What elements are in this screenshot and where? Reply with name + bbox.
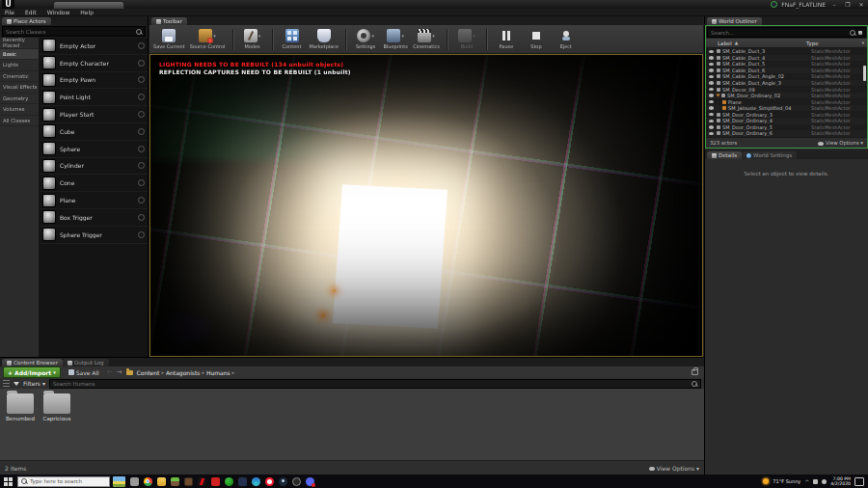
- breadcrumb-content[interactable]: Content: [137, 369, 160, 376]
- type-column-dropdown-icon[interactable]: ▾: [862, 41, 864, 45]
- sort-ascending-icon[interactable]: ▲: [735, 41, 738, 45]
- outliner-row-sm-cable-duct-4[interactable]: SM_Cable_Duct_4StaticMeshActor: [706, 55, 867, 62]
- close-button[interactable]: ✕: [856, 1, 866, 9]
- folder-capricious[interactable]: Capricious: [41, 393, 73, 421]
- output-log-tab[interactable]: Output Log: [63, 359, 109, 366]
- visibility-eye-icon[interactable]: [709, 88, 714, 92]
- content-browser-tab[interactable]: Content Browser: [2, 359, 63, 366]
- taskbar-app-discord[interactable]: [304, 475, 315, 487]
- visibility-eye-icon[interactable]: [709, 125, 714, 129]
- taskbar-app-crafting-table[interactable]: [182, 475, 194, 487]
- outliner-row-sm-door-ordinary-6[interactable]: SM_Door_Ordinary_6StaticMeshActor: [706, 130, 867, 137]
- details-tab[interactable]: Details: [707, 151, 742, 159]
- menu-window[interactable]: Window: [47, 9, 70, 15]
- visibility-eye-icon[interactable]: [709, 94, 714, 97]
- visibility-eye-icon[interactable]: [709, 132, 714, 136]
- outliner-view-options-button[interactable]: View Options ▾: [818, 140, 863, 146]
- visibility-eye-icon[interactable]: [709, 75, 714, 79]
- breadcrumb-antagonists[interactable]: Antagonists: [166, 369, 201, 376]
- category-geometry[interactable]: Geometry: [0, 94, 39, 105]
- place-item-sphere-trigger[interactable]: Sphere Trigger: [40, 227, 148, 244]
- toolbar-save-current-button[interactable]: Save Current: [153, 29, 185, 49]
- level-document-tab[interactable]: [53, 1, 124, 9]
- visibility-eye-icon[interactable]: [709, 100, 714, 104]
- taskbar-clock[interactable]: 7:00 PM 4/2/2020: [830, 476, 851, 487]
- taskbar-app-grey-app[interactable]: [128, 475, 140, 487]
- category-cinematic[interactable]: Cinematic: [0, 71, 39, 83]
- place-item-cube[interactable]: Cube: [40, 123, 148, 141]
- outliner-row-plane[interactable]: PlaneStaticMeshActor: [706, 98, 867, 105]
- place-item-player-start[interactable]: Player Start: [40, 106, 148, 123]
- tray-icon-2[interactable]: [822, 479, 827, 484]
- world-outliner-tab[interactable]: World Outliner: [707, 17, 762, 25]
- level-viewport[interactable]: LIGHTING NEEDS TO BE REBUILT (134 unbuil…: [149, 54, 703, 357]
- outliner-row-sm-cable-duct-angle-3[interactable]: SM_Cable_Duct_Angle_3StaticMeshActor: [706, 80, 867, 87]
- weather-text[interactable]: 71°F Sunny: [773, 478, 800, 484]
- category-all-classes[interactable]: All Classes: [0, 116, 39, 127]
- toolbar-settings-button[interactable]: ▾Settings: [353, 29, 378, 49]
- toolbar-tab[interactable]: Toolbar: [151, 17, 187, 25]
- taskbar-app-dark-app[interactable]: [236, 475, 248, 487]
- category-basic[interactable]: Basic: [0, 49, 39, 61]
- folder-benumbed[interactable]: Benumbed: [4, 393, 37, 421]
- menu-edit[interactable]: Edit: [25, 9, 37, 15]
- visibility-eye-icon[interactable]: [709, 81, 714, 85]
- breadcrumb-humans[interactable]: Humans: [206, 369, 231, 376]
- minimize-button[interactable]: –: [829, 1, 839, 9]
- place-item-cone[interactable]: Cone: [40, 175, 148, 192]
- menu-help[interactable]: Help: [80, 9, 94, 15]
- lock-icon[interactable]: [692, 369, 698, 375]
- asset-search-input[interactable]: Search Humans: [49, 379, 701, 389]
- world-settings-tab[interactable]: World Settings: [742, 151, 797, 159]
- history-back-button[interactable]: ←: [107, 367, 113, 377]
- dropdown-arrow-icon[interactable]: ▾: [432, 33, 435, 39]
- taskbar-app-steam[interactable]: [277, 475, 288, 487]
- outliner-row-sm-cable-duct-3[interactable]: SM_Cable_Duct_3StaticMeshActor: [706, 48, 867, 55]
- filters-button[interactable]: Filters ▾: [23, 380, 45, 387]
- visibility-eye-icon[interactable]: [709, 106, 714, 110]
- dropdown-arrow-icon[interactable]: ▾: [371, 33, 374, 39]
- toolbar-content-button[interactable]: Content: [280, 29, 305, 49]
- category-lights[interactable]: Lights: [0, 60, 39, 71]
- save-all-button[interactable]: Save All: [65, 367, 103, 377]
- outliner-row-sm-cable-duct-angle-02[interactable]: SM_Cable_Duct_Angle_02StaticMeshActor: [706, 73, 867, 80]
- tray-icon-1[interactable]: [813, 479, 818, 484]
- history-forward-button[interactable]: →: [117, 367, 122, 377]
- visibility-eye-icon[interactable]: [709, 56, 714, 60]
- taskbar-search-input[interactable]: Type here to search: [17, 476, 110, 487]
- toolbar-blueprints-button[interactable]: ▾Blueprints: [383, 29, 408, 49]
- toolbar-source-control-button[interactable]: ▾Source Control: [190, 29, 226, 49]
- taskbar-app-file-explorer[interactable]: [155, 475, 167, 487]
- outliner-scrollbar[interactable]: [863, 66, 866, 81]
- taskbar-app-chrome[interactable]: [142, 475, 153, 487]
- toolbar-stop-button[interactable]: Stop: [524, 29, 549, 49]
- taskbar-app-netflix[interactable]: [196, 475, 207, 487]
- place-item-plane[interactable]: Plane: [40, 192, 148, 209]
- outliner-row-sm-door-ordinary-4[interactable]: SM_Door_Ordinary_4StaticMeshActor: [706, 118, 867, 124]
- place-item-empty-character[interactable]: Empty Character: [40, 55, 148, 72]
- outliner-row-sm-decor-09[interactable]: SM_Decor_09StaticMeshActor: [706, 86, 867, 93]
- place-item-sphere[interactable]: Sphere: [40, 141, 148, 158]
- taskbar-app-ring-app[interactable]: [290, 475, 302, 487]
- menu-file[interactable]: File: [5, 9, 14, 15]
- path-folder-icon[interactable]: [126, 370, 133, 375]
- outliner-row-sm-cable-duct-5[interactable]: SM_Cable_Duct_5StaticMeshActor: [706, 61, 867, 68]
- place-actors-tab[interactable]: Place Actors: [2, 17, 51, 25]
- category-volumes[interactable]: Volumes: [0, 104, 39, 116]
- category-visual-effects[interactable]: Visual Effects: [0, 82, 39, 94]
- visibility-eye-icon[interactable]: [709, 63, 714, 67]
- taskbar-app-opera[interactable]: [263, 475, 275, 487]
- place-actors-search-input[interactable]: Search Classes: [2, 26, 146, 37]
- tray-expand-chevron[interactable]: ^: [804, 478, 809, 485]
- taskbar-app-edge[interactable]: [250, 475, 261, 487]
- outliner-row-sm-door-ordinary-5[interactable]: SM_Door_Ordinary_5StaticMeshActor: [706, 124, 867, 131]
- outliner-filter-icon[interactable]: [858, 31, 862, 35]
- category-recently-placed[interactable]: Recently Placed: [0, 38, 39, 49]
- visibility-eye-icon[interactable]: [709, 113, 714, 117]
- visibility-eye-icon[interactable]: [709, 120, 714, 123]
- toolbar-pause-button[interactable]: Pause: [494, 29, 519, 49]
- account-avatar-icon[interactable]: [771, 1, 777, 8]
- place-item-empty-actor[interactable]: Empty Actor: [40, 38, 148, 55]
- visibility-eye-icon[interactable]: [709, 68, 714, 72]
- toolbar-cinematics-button[interactable]: ▾Cinematics: [413, 29, 440, 49]
